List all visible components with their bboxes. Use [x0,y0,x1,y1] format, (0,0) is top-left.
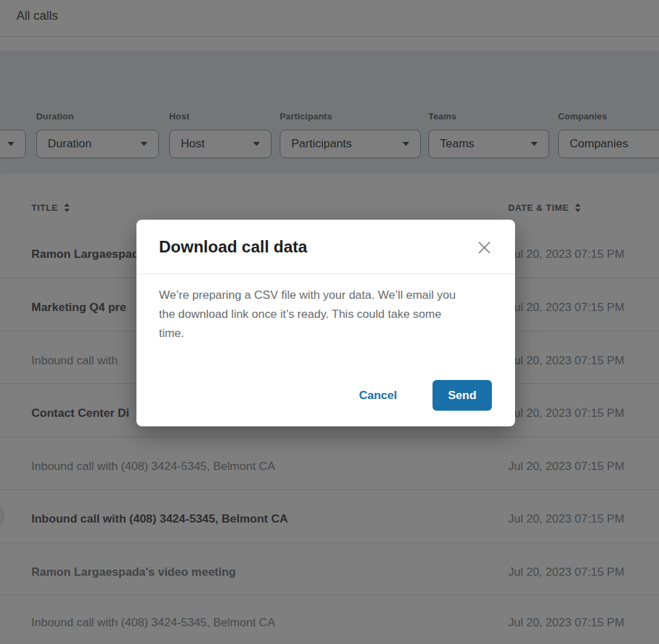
dialog-text: the download link once it’s ready. This … [159,305,493,324]
cancel-button[interactable]: Cancel [359,389,397,402]
download-call-data-dialog: Download call data We’re preparing a CSV… [136,220,515,426]
close-icon[interactable] [476,239,493,256]
calls-page: All calls Duration Duration Host Host Pa… [0,0,659,644]
send-button[interactable]: Send [433,380,492,411]
dialog-body: We’re preparing a CSV file with your dat… [136,274,515,343]
dialog-title: Download call data [159,237,307,257]
dialog-text: We’re preparing a CSV file with your dat… [159,286,493,305]
dialog-text: time. [159,324,493,343]
dialog-footer: Cancel Send [136,377,515,426]
dialog-header: Download call data [136,220,515,274]
